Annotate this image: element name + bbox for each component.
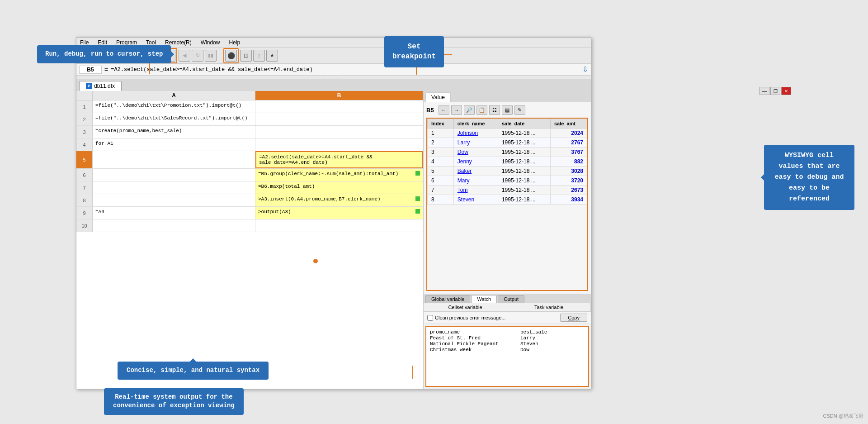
val-btn-search[interactable]: 🔎 bbox=[464, 105, 475, 115]
cell-a5[interactable] bbox=[93, 151, 255, 168]
file-tab[interactable]: P db11.dfx bbox=[79, 81, 122, 91]
menu-window[interactable]: Window bbox=[199, 39, 222, 46]
cell-b2[interactable] bbox=[255, 113, 423, 125]
cell-a7[interactable] bbox=[93, 181, 255, 194]
td-clerk-name[interactable]: Baker bbox=[453, 167, 498, 176]
menu-file[interactable]: File bbox=[78, 39, 90, 46]
menu-edit[interactable]: Edit bbox=[96, 39, 109, 46]
watermark: CSDN @码农飞哥 bbox=[823, 413, 863, 419]
menu-remote[interactable]: Remote(R) bbox=[163, 39, 193, 46]
val-btn-chart[interactable]: ▤ bbox=[502, 105, 513, 115]
td-clerk-name[interactable]: Larry bbox=[453, 138, 498, 148]
table-row: 9 =A3 >output(A3) bbox=[76, 207, 423, 219]
clean-check: Clean previous error message... bbox=[427, 315, 506, 321]
val-btn-fwd[interactable]: → bbox=[451, 105, 462, 115]
value-tab-bar: Value bbox=[424, 91, 591, 102]
cell-b7[interactable]: =B6.maxp(total_amt) bbox=[255, 181, 423, 194]
val-btn-back[interactable]: ← bbox=[439, 105, 449, 115]
tab-watch[interactable]: Watch bbox=[471, 295, 497, 303]
cell-a1[interactable]: =file("..\demo\zhi\txt\Promotion.txt").i… bbox=[93, 100, 255, 113]
table-row: 1 =file("..\demo\zhi\txt\Promotion.txt")… bbox=[76, 100, 423, 113]
row-number: 6 bbox=[76, 169, 93, 181]
cell-a3[interactable]: =create(promo_name,best_sale) bbox=[93, 126, 255, 138]
td-sale-date: 1995-12-18 ... bbox=[498, 195, 550, 205]
row-number: 8 bbox=[76, 194, 93, 206]
value-cell-ref: B5 bbox=[426, 107, 434, 114]
minimize-button[interactable]: — bbox=[760, 87, 769, 95]
bottom-panel: Global variable Watch Output Cellset var… bbox=[424, 294, 591, 389]
restore-button[interactable]: ❐ bbox=[770, 87, 780, 95]
table-row: 8 Steven 1995-12-18 ... 3934 bbox=[428, 195, 587, 205]
cell-ref-input[interactable]: B5 bbox=[79, 66, 102, 74]
close-button[interactable]: ✕ bbox=[781, 87, 791, 95]
td-clerk-name[interactable]: Steven bbox=[453, 195, 498, 205]
cell-b9[interactable]: >output(A3) bbox=[255, 207, 423, 219]
row-number: 2 bbox=[76, 113, 93, 125]
cell-b4[interactable] bbox=[255, 138, 423, 151]
val-btn-more[interactable]: ✎ bbox=[514, 105, 525, 115]
td-clerk-name[interactable]: Mary bbox=[453, 176, 498, 186]
table-row: 10 bbox=[76, 219, 423, 232]
content-area: A B 1 =file("..\demo\zhi\txt\Promotion.t… bbox=[76, 91, 591, 389]
cell-a6[interactable] bbox=[93, 169, 255, 181]
cell-a4[interactable]: for A1 bbox=[93, 138, 255, 151]
tab-global-variable[interactable]: Global variable bbox=[425, 295, 470, 303]
sheet-body[interactable]: 1 =file("..\demo\zhi\txt\Promotion.txt")… bbox=[76, 100, 423, 389]
cell-b6[interactable]: =B5.group(clerk_name;~.sum(sale_amt):tot… bbox=[255, 169, 423, 181]
sub-task-variable[interactable]: Task variable bbox=[507, 303, 591, 311]
td-sale-date: 1995-12-18 ... bbox=[498, 167, 550, 176]
formula-input[interactable]: =A2.select(sale_date>=A4.start_date && s… bbox=[111, 67, 580, 73]
col-header-b[interactable]: B bbox=[255, 91, 423, 100]
value-data-table: Index clerk_name sale_date sale_amt 1 Jo… bbox=[427, 119, 587, 205]
breakpoint-button[interactable]: ⚫ bbox=[225, 50, 237, 62]
set-breakpoint-tooltip: Setbreakpoint bbox=[384, 36, 444, 67]
cell-a10[interactable] bbox=[93, 219, 255, 232]
cell-a2[interactable]: =file("..\demo\zhi\txt\SalesRecord.txt")… bbox=[93, 113, 255, 125]
cell-b10[interactable] bbox=[255, 219, 423, 232]
toolbar-sep-2 bbox=[220, 51, 220, 61]
val-btn-copy[interactable]: 📋 bbox=[476, 105, 487, 115]
output-col1: Christmas Week bbox=[430, 347, 511, 353]
table-row: 3 =create(promo_name,best_sale) bbox=[76, 126, 423, 138]
toolbar-btn-7[interactable]: ▮▮ bbox=[205, 50, 217, 62]
cell-b3[interactable] bbox=[255, 126, 423, 138]
clean-checkbox[interactable] bbox=[427, 315, 433, 321]
value-tab[interactable]: Value bbox=[425, 92, 451, 102]
row-number: 1 bbox=[76, 100, 93, 113]
menu-program[interactable]: Program bbox=[114, 39, 139, 46]
cell-a8[interactable] bbox=[93, 194, 255, 206]
th-clerk-name: clerk_name bbox=[453, 119, 498, 129]
toolbar-btn-10[interactable]: 2 bbox=[253, 50, 265, 62]
run-debug-tooltip: Run, debug, run to cursor, step bbox=[37, 45, 171, 63]
td-clerk-name[interactable]: Jenny bbox=[453, 157, 498, 167]
menu-help[interactable]: Help bbox=[227, 39, 242, 46]
app-window: File Edit Program Tool Remote(R) Window … bbox=[76, 37, 591, 389]
cell-a9[interactable]: =A3 bbox=[93, 207, 255, 219]
tab-output[interactable]: Output bbox=[498, 295, 524, 303]
td-clerk-name[interactable]: Tom bbox=[453, 186, 498, 195]
td-sale-amt: 3767 bbox=[550, 148, 587, 157]
td-clerk-name[interactable]: Johnson bbox=[453, 129, 498, 138]
col-header-a[interactable]: A bbox=[93, 91, 255, 100]
cell-b1[interactable] bbox=[255, 100, 423, 113]
table-row: 7 Tom 1995-12-18 ... 2673 bbox=[428, 186, 587, 195]
td-sale-date: 1995-12-18 ... bbox=[498, 138, 550, 148]
toolbar-btn-5[interactable]: ◀ bbox=[179, 50, 190, 62]
orange-dot-b5 bbox=[313, 259, 318, 263]
formula-confirm-button[interactable]: ⇩ bbox=[582, 65, 588, 74]
toolbar-btn-11[interactable]: ★ bbox=[266, 50, 278, 62]
sub-cellset-variable[interactable]: Cellset variable bbox=[424, 303, 507, 311]
list-item: Christmas Week Dow bbox=[430, 347, 585, 353]
cell-b5[interactable]: =A2.select(sale_date>=A4.start_date && s… bbox=[255, 151, 423, 168]
toolbar-btn-6[interactable]: ↻ bbox=[192, 50, 203, 62]
menu-tool[interactable]: Tool bbox=[144, 39, 158, 46]
td-clerk-name[interactable]: Dow bbox=[453, 148, 498, 157]
cell-b8[interactable]: >A3.insert(0,A4.promo_name,B7.clerk_name… bbox=[255, 194, 423, 206]
td-index: 6 bbox=[428, 176, 454, 186]
table-row: 2 Larry 1995-12-18 ... 2767 bbox=[428, 138, 587, 148]
drag-handle[interactable]: . . . . . bbox=[76, 76, 591, 79]
val-btn-table[interactable]: ☷ bbox=[489, 105, 500, 115]
toolbar-btn-9[interactable]: ◫ bbox=[240, 50, 252, 62]
copy-button[interactable]: Copy bbox=[560, 314, 587, 322]
td-sale-amt: 2673 bbox=[550, 186, 587, 195]
